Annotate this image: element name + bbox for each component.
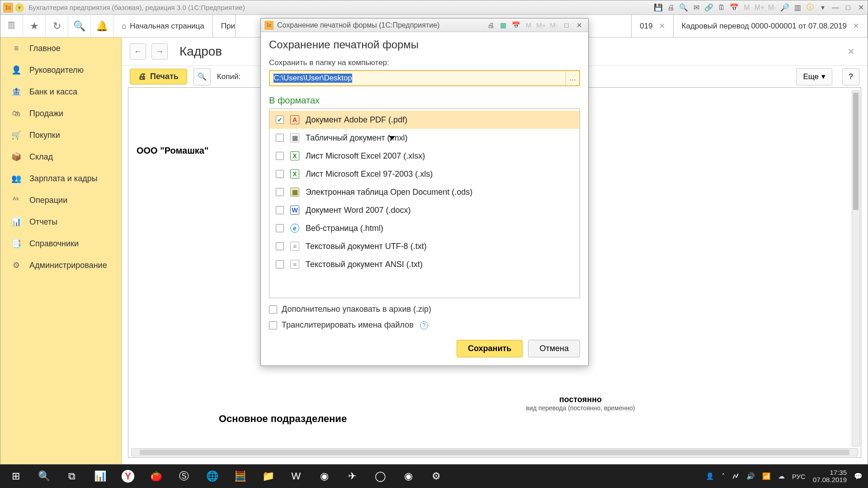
sidebar-item-0[interactable]: ≡Главное [0,38,121,59]
mplus-icon[interactable]: M+ [755,3,764,13]
print-icon[interactable]: 🖨 [666,3,676,13]
tray-lang[interactable]: РУС [792,473,806,480]
tray-onedrive-icon[interactable]: ☁ [778,472,785,480]
apps-icon[interactable]: 𝄜 [0,15,23,37]
sidebar-item-7[interactable]: ᴬᵏОперации [0,189,121,211]
format-row-txt[interactable]: ≡Текстовый документ ANSI (.txt) [269,255,580,273]
checkbox-icon[interactable] [276,224,284,232]
dlg-grid-icon[interactable]: ▦ [498,21,509,30]
dlg-calendar-icon[interactable]: 📅 [510,21,521,30]
search-taskbar-icon[interactable]: 🔍 [30,465,58,488]
panel-icon[interactable]: ▥ [793,3,802,13]
close-icon[interactable]: ✕ [853,22,859,30]
m-icon[interactable]: M [742,3,752,13]
dlg-close-icon[interactable]: ✕ [574,21,585,30]
favorite-icon[interactable]: ★ [23,15,46,37]
sidebar-item-4[interactable]: 🛒Покупки [0,124,121,146]
sidebar-item-10[interactable]: ⚙Администрирование [0,254,121,276]
zip-option[interactable]: Дополнительно упаковать в архив (.zip) [269,305,580,314]
history-icon[interactable]: ↻ [46,15,68,37]
search-icon[interactable]: 🔍 [68,15,91,37]
tab-kadrovyi-perevod[interactable]: Кадровый перевод 0000-000001 от 07.08.20… [674,15,868,37]
browse-button[interactable]: … [566,71,579,85]
maximize-button[interactable]: □ [843,3,853,13]
zoom-icon[interactable]: 🔎 [780,3,790,13]
format-row-xls[interactable]: XЛист Microsoft Excel 97-2003 (.xls) [269,165,580,183]
app-calc-icon[interactable]: 🧮 [226,465,254,488]
calc-icon[interactable]: 🗓 [717,3,726,13]
mplus-icon[interactable]: M+ [536,21,547,30]
forward-button[interactable]: → [151,43,168,60]
app-explorer-icon[interactable]: 📁 [254,465,282,488]
checkbox-icon[interactable] [269,305,277,314]
close-icon[interactable]: ✕ [659,22,665,30]
checkbox-icon[interactable] [276,134,284,142]
tray-clock[interactable]: 17:35 07.08.2019 [813,469,847,484]
app-yandex-icon[interactable]: Y [114,465,142,488]
app-chrome-icon[interactable]: ◯ [366,465,394,488]
save-icon[interactable]: 💾 [653,3,663,13]
sidebar-item-3[interactable]: 🛍Продажи [0,103,121,124]
checkbox-icon[interactable] [276,260,284,268]
close-button[interactable]: ✕ [856,3,866,13]
vertical-scrollbar[interactable] [852,90,860,446]
tray-people-icon[interactable]: 👤 [706,472,714,480]
back-button[interactable]: ← [130,43,146,60]
tray-notifications-icon[interactable]: 💬 [854,472,863,480]
sidebar-item-5[interactable]: 📦Склад [0,146,121,168]
format-row-xls[interactable]: XЛист Microsoft Excel 2007 (.xlsx) [269,147,580,165]
info-icon[interactable]: ⓘ [805,3,815,13]
sidebar-item-6[interactable]: 👥Зарплата и кадры [0,168,121,189]
format-row-mxl[interactable]: ▦Табличный документ (.mxl) [269,129,580,147]
tray-volume-icon[interactable]: 🔊 [746,472,755,480]
mminus-icon[interactable]: M- [767,3,777,13]
checkbox-icon[interactable] [269,321,277,329]
format-row-pdf[interactable]: AДокумент Adobe PDF (.pdf) [269,111,580,129]
start-button[interactable]: ⊞ [2,465,30,488]
format-row-html[interactable]: eВеб-страница (.html) [269,219,580,237]
tab-home[interactable]: ⌂Начальная страница [113,15,213,37]
more-button[interactable]: Еще▾ [796,68,832,85]
app-browser-icon[interactable]: 🌐 [198,465,226,488]
path-input[interactable] [270,71,566,85]
format-row-doc[interactable]: WДокумент Word 2007 (.docx) [269,201,580,219]
bell-icon[interactable]: 🔔 [91,15,113,37]
save-button[interactable]: Сохранить [457,340,523,357]
app-skype-icon[interactable]: Ⓢ [170,465,198,488]
mminus-icon[interactable]: M- [548,21,559,30]
mail-icon[interactable]: ✉ [691,3,701,13]
help-icon[interactable]: ? [420,321,428,329]
app-word-icon[interactable]: W [282,465,310,488]
dialog-titlebar[interactable]: 1c Сохранение печатной формы (1С:Предпри… [261,19,588,32]
checkbox-icon[interactable] [276,116,284,124]
format-row-ods[interactable]: ▦Электронная таблица Open Document (.ods… [269,183,580,201]
app-1c2-icon[interactable]: ◉ [394,465,422,488]
tray-chevron-icon[interactable]: ˄ [722,472,725,480]
tray-wifi-icon[interactable]: 📶 [762,472,771,480]
link-icon[interactable]: 🔗 [704,3,714,13]
dlg-maximize-icon[interactable]: □ [561,21,572,30]
close-page-icon[interactable]: ✕ [847,46,859,57]
translit-option[interactable]: Транслитерировать имена файлов ? [269,320,580,330]
minimize-button[interactable]: — [830,3,840,13]
dropdown-icon[interactable]: ▾ [818,3,828,13]
help-button[interactable]: ? [842,68,859,85]
tray-battery-icon[interactable]: 🗲 [732,473,739,480]
checkbox-icon[interactable] [276,152,284,160]
app-tomato-icon[interactable]: 🍅 [142,465,170,488]
app-powerpoint-icon[interactable]: 📊 [86,465,114,488]
calendar-icon[interactable]: 📅 [729,3,739,13]
tab-truncated-right[interactable]: 019✕ [631,15,673,37]
m-icon[interactable]: M [523,21,534,30]
tab-truncated-left[interactable]: При [213,15,236,37]
sidebar-item-9[interactable]: 📑Справочники [0,233,121,254]
app-1c-icon[interactable]: ◉ [310,465,338,488]
checkbox-icon[interactable] [276,242,284,250]
checkbox-icon[interactable] [276,170,284,178]
app-telegram-icon[interactable]: ✈ [338,465,366,488]
format-row-txt[interactable]: ≡Текстовый документ UTF-8 (.txt) [269,237,580,255]
taskview-icon[interactable]: ⧉ [58,465,86,488]
cancel-button[interactable]: Отмена [528,340,580,357]
checkbox-icon[interactable] [276,206,284,214]
app-settings-icon[interactable]: ⚙ [422,465,450,488]
